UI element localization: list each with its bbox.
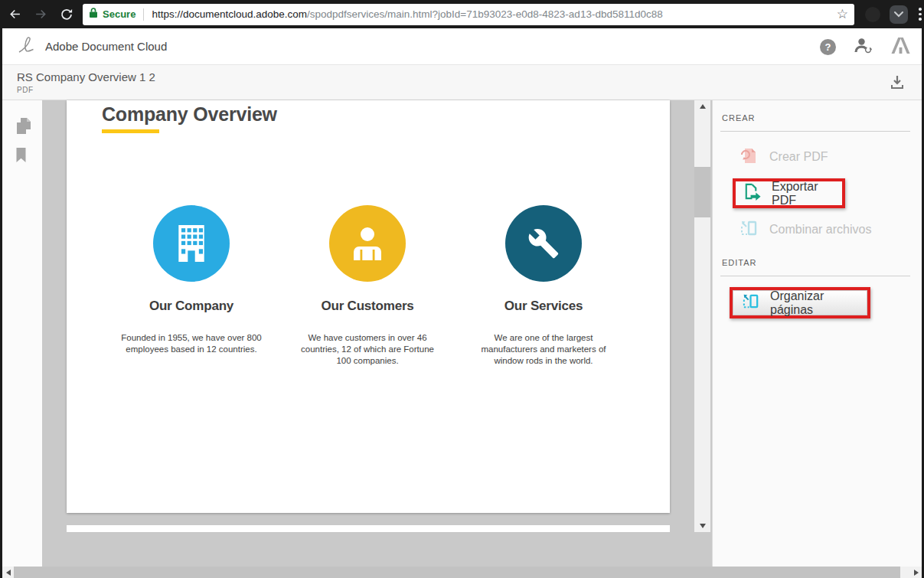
export-pdf-highlight: Exportar PDF [733,178,845,208]
pdf-page: Company Overview Our Company Founded in … [67,100,670,513]
section-divider [720,276,910,276]
column-heading: Our Customers [279,299,455,314]
extension-icon[interactable] [865,7,880,22]
left-sidebar [2,100,42,567]
forward-icon[interactable] [29,3,52,26]
combine-files-icon [739,218,759,241]
section-label-crear: CREAR [722,113,756,122]
column-body: We are one of the largest manufacturers … [471,332,616,367]
page-thumbnails-icon[interactable] [15,117,31,138]
section-label-editar: EDITAR [722,258,757,267]
browser-menu-icon[interactable] [919,8,922,21]
building-icon [153,205,230,282]
pdf-viewer: Company Overview Our Company Founded in … [42,100,712,567]
document-file-type: PDF [17,86,34,94]
scroll-up-icon[interactable] [694,100,710,113]
bookmarks-icon[interactable] [15,148,27,166]
scroll-right-icon[interactable] [910,567,922,578]
tools-panel: CREAR Crear PDF Exportar PDF Combinar ar… [712,100,922,567]
brand-title: Adobe Document Cloud [45,40,167,53]
vertical-scrollbar[interactable] [694,100,710,532]
column-body: Founded in 1955, we have over 800 employ… [119,332,264,355]
title-underline [102,129,159,133]
export-pdf-icon [742,182,761,204]
column-body: We have customers in over 46 countries, … [295,332,440,367]
pdf-column-company: Our Company Founded in 1955, we have ove… [103,205,279,355]
vertical-scrollbar-thumb[interactable] [694,167,710,217]
scroll-left-icon[interactable] [2,567,14,578]
pocket-extension-icon[interactable] [890,5,908,24]
document-title-bar: RS Company Overview 1 2 PDF [0,65,924,100]
download-icon[interactable] [889,74,906,93]
organize-pages-highlight: Organizar páginas [730,287,870,318]
adobe-logo-icon[interactable] [891,38,910,57]
secure-label: Secure [103,8,135,20]
tool-combine-files: Combinar archivos [739,217,871,242]
window-edge-left [0,28,2,578]
next-page-edge [67,525,670,532]
app-header: Adobe Document Cloud ? [0,28,924,65]
column-heading: Our Company [103,299,279,314]
wrench-icon [505,205,582,282]
tool-export-pdf[interactable]: Exportar PDF [736,180,842,207]
scroll-down-icon[interactable] [694,520,710,532]
omnibox-divider [143,8,144,21]
bookmark-star-icon[interactable]: ☆ [837,6,848,22]
reload-icon[interactable] [55,3,78,26]
horizontal-scrollbar-thumb[interactable] [14,567,900,578]
user-account-icon[interactable] [854,38,873,57]
pdf-column-services: Our Services We are one of the largest m… [455,205,632,367]
acrobat-logo-icon [17,34,38,58]
organize-pages-icon [741,292,760,314]
tool-organize-pages[interactable]: Organizar páginas [733,290,867,315]
create-pdf-icon [739,145,759,168]
pdf-column-customers: Our Customers We have customers in over … [279,205,455,367]
browser-toolbar: Secure https://documentcloud.adobe.com/s… [0,0,924,28]
person-icon [329,205,406,282]
help-icon[interactable]: ? [820,39,836,55]
lock-icon [89,7,98,21]
horizontal-scrollbar[interactable] [2,567,922,578]
section-divider [720,131,910,132]
tool-create-pdf: Crear PDF [739,145,828,169]
pdf-page-title: Company Overview [102,103,277,126]
back-icon[interactable] [3,3,26,26]
column-heading: Our Services [455,299,632,314]
url-text: https://documentcloud.adobe.com/spodpdfs… [152,8,830,20]
document-title: RS Company Overview 1 2 [17,70,155,83]
address-bar[interactable]: Secure https://documentcloud.adobe.com/s… [83,4,854,25]
